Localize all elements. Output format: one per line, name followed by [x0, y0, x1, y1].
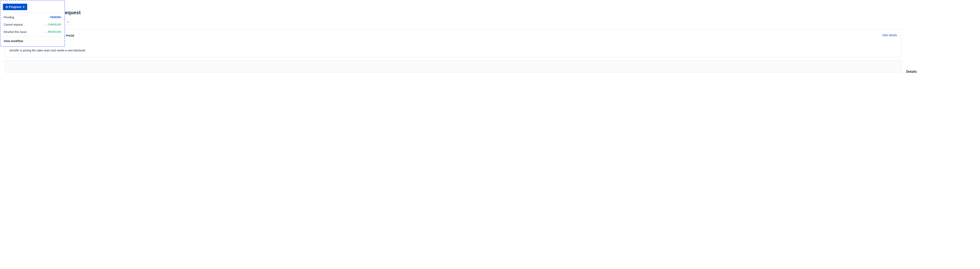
right-column: In Progress ▾ Pending → PENDING Cancel r…: [906, 29, 975, 76]
arrow-icon: →: [45, 30, 47, 34]
left-column: Omar Darboe raised this request via Port…: [5, 29, 901, 76]
canceled-status-label: CANCELED: [48, 23, 61, 26]
details-section: Details: [906, 70, 975, 74]
status-dropdown-panel: In Progress ▾ Pending → PENDING Cancel r…: [0, 0, 65, 47]
action-bar: Create subtask Link issue: [5, 19, 975, 25]
details-label: Details: [906, 70, 975, 74]
dropdown-arrow-button[interactable]: [65, 19, 71, 25]
arrow-icon: →: [47, 16, 49, 19]
pending-status: → PENDING: [47, 16, 61, 19]
resolve-status: → RESOLVED: [45, 30, 61, 34]
dropdown-item-cancel[interactable]: Cancel request → CANCELED: [0, 21, 65, 28]
status-button-label: In Progress: [6, 5, 21, 8]
comment-area[interactable]: [5, 60, 901, 72]
description-label: Description: [9, 43, 897, 46]
portal-name: Portal: [66, 34, 74, 37]
top-nav: Back ITSAMPLE-1: [5, 3, 975, 7]
arrow-icon: →: [44, 23, 47, 26]
pending-status-label: PENDING: [50, 16, 61, 19]
description-section: Description Jennifer is joining the sale…: [9, 43, 897, 53]
issue-title: New notebook computer request: [5, 10, 975, 16]
description-text: Jennifer is joining the sales team and n…: [9, 48, 897, 53]
page-container: Back ITSAMPLE-1 New notebook computer re…: [0, 0, 980, 79]
dropdown-divider-2: [0, 36, 65, 37]
hide-details-button[interactable]: Hide details: [882, 34, 897, 37]
dropdown-item-pending[interactable]: Pending → PENDING: [0, 14, 65, 21]
status-in-progress-button[interactable]: In Progress ▾: [3, 4, 27, 10]
dropdown-item-resolve[interactable]: Resolve this issue → RESOLVED: [0, 28, 65, 35]
request-header: Omar Darboe raised this request via Port…: [9, 34, 897, 41]
request-card: Omar Darboe raised this request via Port…: [5, 29, 901, 57]
cancel-status: → CANCELED: [44, 23, 61, 26]
main-content: Omar Darboe raised this request via Port…: [5, 29, 975, 76]
dropdown-header: In Progress ▾: [0, 2, 65, 12]
view-workflow-button[interactable]: View workflow: [0, 37, 65, 45]
chevron-down-icon: ▾: [23, 5, 24, 8]
dropdown-divider: [0, 13, 65, 13]
cancel-label: Cancel request: [4, 23, 23, 26]
pending-label: Pending: [4, 16, 14, 19]
resolve-label: Resolve this issue: [4, 30, 27, 34]
resolved-status-label: RESOLVED: [48, 30, 61, 33]
